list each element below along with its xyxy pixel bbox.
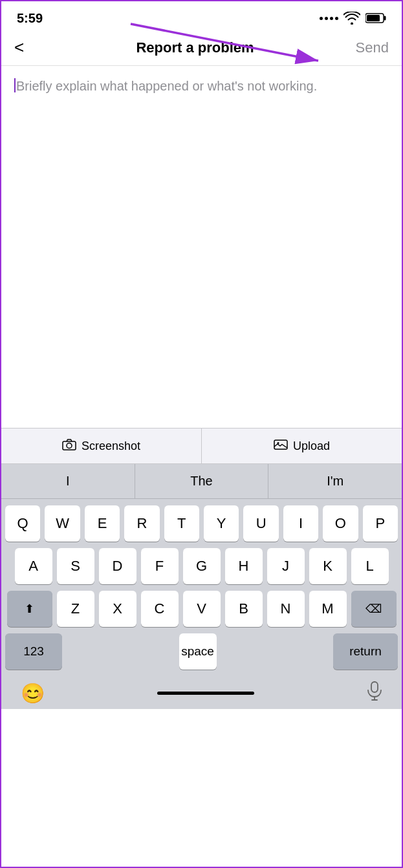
- key-I[interactable]: I: [283, 505, 318, 542]
- screenshot-icon: [62, 438, 76, 454]
- keyboard-row-3: ⬆ Z X C V B N M ⌫: [5, 591, 398, 627]
- keyboard-row-1: Q W E R T Y U I O P: [5, 505, 398, 542]
- key-T[interactable]: T: [164, 505, 199, 542]
- svg-point-6: [67, 443, 72, 448]
- key-H[interactable]: H: [225, 548, 263, 584]
- keyboard-bottom-row: 123 space return: [5, 633, 398, 670]
- emoji-button[interactable]: 😊: [21, 682, 45, 704]
- report-text-area[interactable]: Briefly explain what happened or what's …: [1, 66, 402, 428]
- keyboard: Q W E R T Y U I O P A S D F G H J K L ⬆ …: [1, 499, 402, 676]
- return-key[interactable]: return: [333, 633, 398, 670]
- action-bar: Screenshot Upload: [1, 428, 402, 464]
- autocomplete-bar: I The I'm: [1, 464, 402, 499]
- key-X[interactable]: X: [99, 591, 136, 627]
- key-E[interactable]: E: [85, 505, 120, 542]
- key-D[interactable]: D: [99, 548, 136, 584]
- svg-rect-4: [367, 15, 380, 21]
- key-R[interactable]: R: [124, 505, 159, 542]
- back-button[interactable]: <: [14, 37, 40, 58]
- nav-header: < Report a problem Send: [1, 32, 402, 66]
- key-M[interactable]: M: [309, 591, 347, 627]
- key-O[interactable]: O: [323, 505, 358, 542]
- send-button[interactable]: Send: [350, 39, 389, 56]
- key-N[interactable]: N: [267, 591, 305, 627]
- key-C[interactable]: C: [141, 591, 179, 627]
- screenshot-label: Screenshot: [82, 439, 140, 453]
- status-bar: 5:59: [1, 1, 402, 32]
- key-K[interactable]: K: [309, 548, 347, 584]
- text-cursor: [14, 78, 16, 92]
- key-P[interactable]: P: [363, 505, 398, 542]
- key-J[interactable]: J: [267, 548, 305, 584]
- key-F[interactable]: F: [141, 548, 179, 584]
- key-G[interactable]: G: [183, 548, 221, 584]
- key-V[interactable]: V: [183, 591, 221, 627]
- status-time: 5:59: [17, 11, 43, 26]
- key-Y[interactable]: Y: [204, 505, 239, 542]
- key-Q[interactable]: Q: [5, 505, 40, 542]
- autocomplete-item-1[interactable]: I: [1, 464, 135, 498]
- upload-icon: [274, 438, 288, 454]
- bottom-bar: 😊: [1, 676, 402, 709]
- page-title: Report a problem: [40, 39, 350, 56]
- backspace-key[interactable]: ⌫: [351, 591, 397, 627]
- key-A[interactable]: A: [15, 548, 52, 584]
- key-B[interactable]: B: [225, 591, 263, 627]
- upload-button[interactable]: Upload: [202, 429, 402, 463]
- key-U[interactable]: U: [243, 505, 278, 542]
- key-Z[interactable]: Z: [57, 591, 94, 627]
- autocomplete-item-2[interactable]: The: [135, 464, 269, 498]
- svg-rect-9: [371, 682, 378, 692]
- key-W[interactable]: W: [45, 505, 80, 542]
- screenshot-button[interactable]: Screenshot: [1, 429, 202, 463]
- status-icons: [320, 12, 386, 25]
- space-key[interactable]: space: [179, 633, 217, 670]
- upload-label: Upload: [293, 439, 330, 453]
- shift-key[interactable]: ⬆: [7, 591, 52, 627]
- keyboard-row-2: A S D F G H J K L: [5, 548, 398, 584]
- microphone-button[interactable]: [367, 681, 382, 705]
- numbers-key[interactable]: 123: [5, 633, 62, 670]
- autocomplete-item-3[interactable]: I'm: [268, 464, 402, 498]
- battery-icon: [365, 12, 386, 24]
- key-S[interactable]: S: [57, 548, 94, 584]
- key-L[interactable]: L: [351, 548, 389, 584]
- wifi-icon: [343, 12, 360, 25]
- signal-dots-icon: [320, 17, 338, 20]
- text-area-placeholder: Briefly explain what happened or what's …: [16, 79, 317, 93]
- svg-rect-3: [384, 16, 386, 21]
- home-indicator-spacer: [157, 692, 254, 695]
